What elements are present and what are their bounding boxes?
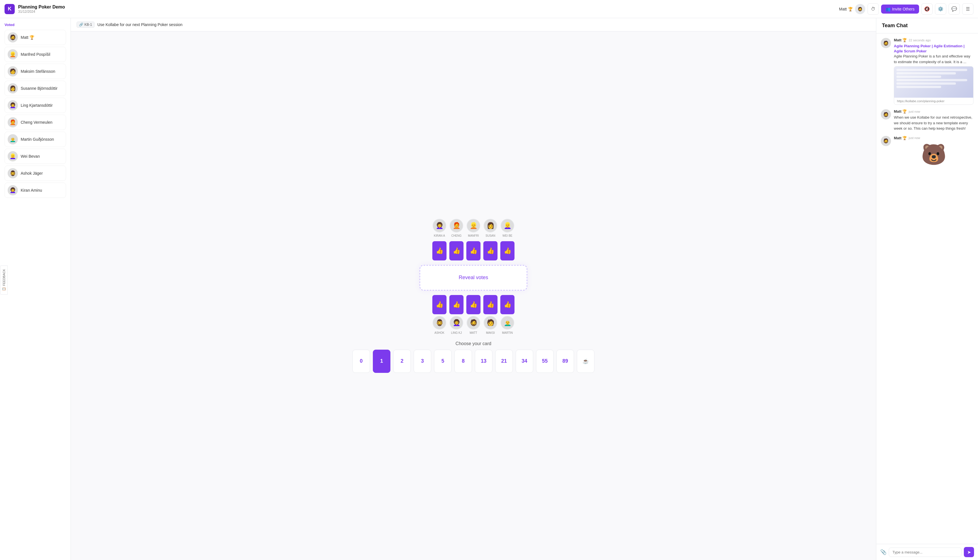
card-option[interactable]: 34 (516, 350, 533, 373)
player-avatar-sm: 👩 (484, 219, 497, 232)
card-option[interactable]: 55 (536, 350, 553, 373)
player-avatar: 👱 (8, 49, 18, 60)
player-avatar-sm: 🧑 (484, 316, 497, 330)
vote-card: 👍 (449, 241, 463, 260)
chat-timestamp: just now (909, 110, 920, 113)
chat-messages: 🧔 Matt 🏆 22 seconds ago Agile Planning P… (876, 33, 978, 544)
bottom-player-col: 🧑 MAKSI (484, 316, 497, 334)
attach-button[interactable]: 📎 (880, 549, 886, 555)
sidebar-player-item: 👱‍♀️ Wei Bevan (5, 148, 66, 164)
vote-card: 👍 (500, 295, 515, 314)
top-player-col: 🧑‍🦰 CHENG (450, 219, 463, 237)
preview-bar (896, 72, 956, 75)
player-avatar-sm: 👩‍🦱 (433, 219, 446, 232)
sidebar-player-item: 🧑 Maksim Stefánsson (5, 64, 66, 79)
app-title: Planning Poker Demo (18, 5, 65, 10)
player-avatar-sm: 👱 (466, 219, 480, 232)
bottom-player-col: 👨‍🦳 MARTIN (501, 316, 514, 334)
player-name: Ling Kjartansdóttir (21, 103, 53, 108)
player-name: Manfred Pospíšil (21, 52, 50, 57)
chat-timestamp: 22 seconds ago (909, 38, 931, 42)
chat-link-url: https://kollabe.com/planning-poker (894, 98, 973, 105)
settings-button[interactable]: ⚙️ (935, 3, 946, 15)
bottom-players: 🧔‍♂️ ASHOK 👩‍🦱 LING KJ 🧔 MATT 🧑 MAKSI 👨‍… (433, 316, 514, 334)
player-name: Susanne Björnsdóttir (21, 86, 57, 91)
card-option[interactable]: 89 (557, 350, 574, 373)
app-info: Planning Poker Demo 31/12/2024 (18, 5, 65, 13)
bottom-player-col: 👩‍🦱 LING KJ (450, 316, 463, 334)
reveal-button[interactable]: Reveal votes (420, 265, 527, 290)
player-label: WEI BE (502, 234, 512, 237)
player-avatar-sm: 🧔‍♂️ (433, 316, 446, 330)
chat-avatar: 🧔 (881, 109, 891, 120)
sidebar: Voted 🧔 Matt 🏆 👱 Manfred Pospíšil 🧑 Maks… (0, 18, 71, 560)
preview-bar (896, 82, 956, 85)
chat-message: 🧔 Matt 🏆 22 seconds ago Agile Planning P… (881, 38, 973, 105)
chat-link[interactable]: Agile Planning Poker | Agile Estimation … (894, 44, 965, 53)
card-option[interactable]: 0 (353, 350, 370, 373)
vote-card: 👍 (466, 295, 480, 314)
card-option[interactable]: 2 (393, 350, 411, 373)
chat-input-area: 📎 ➤ (876, 544, 978, 560)
player-avatar-sm: 🧔 (466, 316, 480, 330)
ticket-badge: 🔗 KB-1 (77, 22, 95, 28)
menu-button[interactable]: ☰ (962, 3, 973, 15)
sound-button[interactable]: 🔇 (921, 3, 933, 15)
player-label: MANFRI (468, 234, 479, 237)
ticket-id: KB-1 (84, 23, 92, 27)
chat-input[interactable] (889, 548, 961, 557)
sidebar-player-item: 👩 Susanne Björnsdóttir (5, 81, 66, 96)
top-vote-cards: 👍👍👍👍👍 (432, 241, 515, 260)
chat-username: Matt 🏆 (894, 38, 907, 42)
ticket-bar: 🔗 KB-1 Use Kollabe for our next Planning… (71, 18, 876, 32)
chat-toggle-button[interactable]: 💬 (948, 3, 960, 15)
chat-message: 🧔 Matt 🏆 just now 🐻 (881, 136, 973, 167)
player-avatar: 🧑 (8, 66, 18, 77)
player-avatar-sm: 👨‍🦳 (501, 316, 514, 330)
vote-card: 👍 (449, 295, 463, 314)
player-avatar: 👩‍🦱 (8, 185, 18, 195)
chat-avatar: 🧔 (881, 38, 891, 48)
card-selector: 0123581321345589☕ (353, 350, 594, 373)
card-option[interactable]: 5 (434, 350, 451, 373)
sidebar-player-item: 🧔 Matt 🏆 (5, 30, 66, 45)
send-button[interactable]: ➤ (964, 547, 974, 557)
player-name: Wei Bevan (21, 154, 40, 158)
player-avatar: 🧔 (8, 32, 18, 42)
chat-msg-header: Matt 🏆 22 seconds ago (894, 38, 973, 42)
invite-button[interactable]: 👥 Invite Others (881, 5, 919, 13)
player-name: Ashok Jäger (21, 171, 43, 175)
chat-message-text: Agile Planning Poker is a fun and effect… (894, 53, 973, 65)
sidebar-player-item: 👩‍🦱 Ling Kjartansdóttir (5, 98, 66, 113)
card-option[interactable]: 13 (475, 350, 492, 373)
header-left: K Planning Poker Demo 31/12/2024 (5, 4, 65, 14)
player-label: MARTIN (502, 331, 513, 334)
feedback-tab[interactable]: 📋 FEEDBACK (0, 265, 8, 295)
vote-card: 👍 (483, 295, 498, 314)
player-label: LING KJ (451, 331, 462, 334)
chat-username: Matt 🏆 (894, 136, 907, 140)
user-avatar: 🧔 (855, 4, 865, 14)
header: K Planning Poker Demo 31/12/2024 Matt 🏆 … (0, 0, 978, 18)
card-option[interactable]: 3 (414, 350, 431, 373)
card-option[interactable]: 21 (495, 350, 513, 373)
preview-bar (896, 69, 967, 71)
card-option[interactable]: 1 (373, 350, 390, 373)
header-right: Matt 🏆 🧔 ⏱ 👥 Invite Others 🔇 ⚙️ 💬 ☰ (839, 3, 974, 15)
player-label: KIRAN A (434, 234, 445, 237)
chat-timestamp: just now (909, 136, 920, 140)
card-option[interactable]: ☕ (577, 350, 594, 373)
chat-preview-image (894, 67, 973, 98)
chat-msg-header: Matt 🏆 just now (894, 136, 973, 140)
preview-bar (896, 76, 941, 78)
player-label: ASHOK (434, 331, 444, 334)
chat-msg-body: Matt 🏆 just now 🐻 (894, 136, 973, 167)
timer-button[interactable]: ⏱ (868, 3, 879, 15)
top-players: 👩‍🦱 KIRAN A 🧑‍🦰 CHENG 👱 MANFRI 👩 SUSAN 👱… (433, 219, 514, 237)
card-option[interactable]: 8 (455, 350, 472, 373)
chat-avatar: 🧔 (881, 136, 891, 146)
preview-bar (896, 86, 941, 88)
vote-card: 👍 (432, 241, 446, 260)
chat-panel: Team Chat 🧔 Matt 🏆 22 seconds ago Agile … (876, 18, 978, 560)
preview-bar (896, 79, 967, 81)
